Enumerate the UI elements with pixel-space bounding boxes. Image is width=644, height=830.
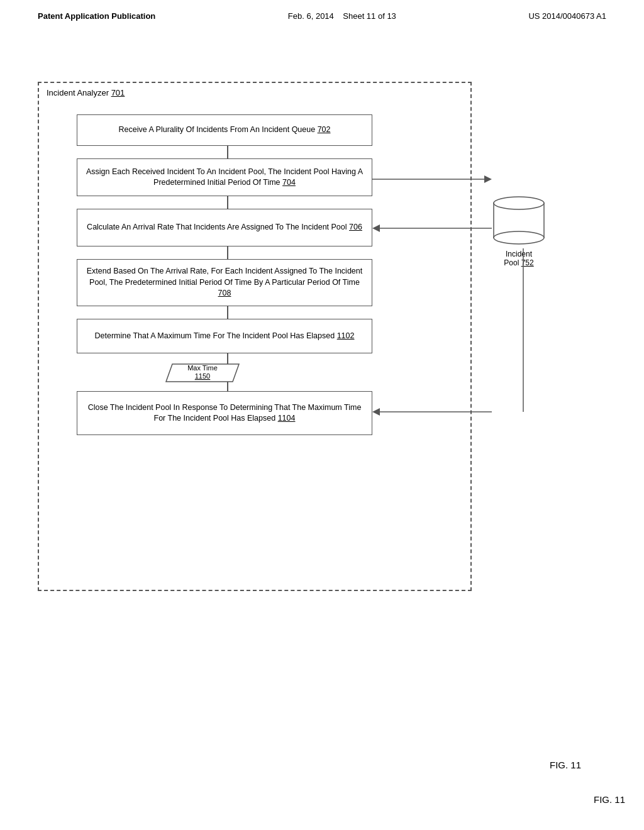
date-label: Feb. 6, 2014 Sheet 11 of 13 xyxy=(288,11,396,21)
cylinder-vertical-line xyxy=(514,248,533,412)
analyzer-label: Incident Analyzer 701 xyxy=(47,88,125,97)
extend-period-box: Extend Based On The Arrival Rate, For Ea… xyxy=(77,259,372,306)
publication-label: Patent Application Publication xyxy=(38,11,155,21)
svg-marker-11 xyxy=(372,408,380,416)
analyzer-boundary: Incident Analyzer 701 Receive A Pluralit… xyxy=(38,82,472,591)
arrow-cylinder-box6 xyxy=(372,402,492,421)
patent-number-label: US 2014/0040673 A1 xyxy=(528,11,606,21)
arrow-box2-cylinder xyxy=(372,170,492,189)
svg-text:1150: 1150 xyxy=(195,372,210,380)
arrow-cylinder-box3 xyxy=(372,219,492,238)
fig-label-bottom: FIG. 11 xyxy=(550,760,581,770)
receive-incidents-box: Receive A Plurality Of Incidents From An… xyxy=(77,114,372,146)
assign-incident-box: Assign Each Received Incident To An Inci… xyxy=(77,158,372,196)
page-header: Patent Application Publication Feb. 6, 2… xyxy=(0,0,644,27)
svg-point-5 xyxy=(494,197,544,209)
svg-text:Max Time: Max Time xyxy=(187,364,218,372)
svg-point-4 xyxy=(494,231,544,244)
determine-max-time-box: Determine That A Maximum Time For The In… xyxy=(77,319,372,353)
diagram-area: Incident Analyzer 701 Receive A Pluralit… xyxy=(38,82,606,704)
max-time-label: Max Time 1150 xyxy=(165,363,240,385)
calculate-arrival-box: Calculate An Arrival Rate That Incidents… xyxy=(77,209,372,246)
cylinder-svg xyxy=(491,192,547,248)
close-pool-box: Close The Incident Pool In Response To D… xyxy=(77,391,372,435)
svg-marker-9 xyxy=(372,224,380,232)
svg-marker-7 xyxy=(484,175,492,183)
figure-label: FIG. 11 xyxy=(594,794,625,805)
